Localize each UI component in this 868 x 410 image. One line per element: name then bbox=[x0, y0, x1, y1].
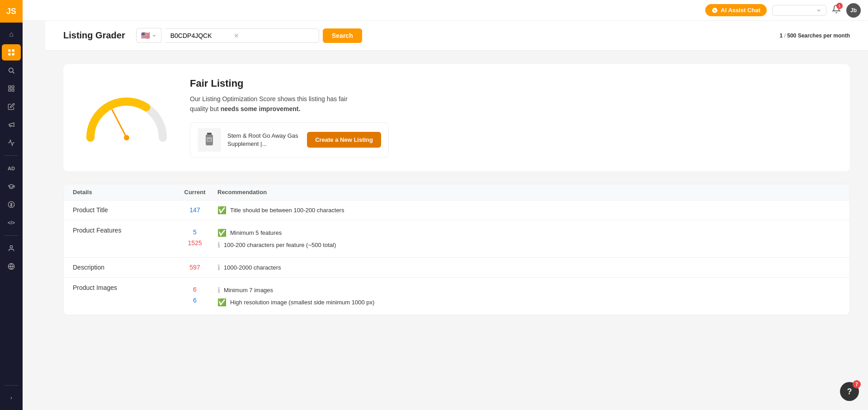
svg-text:GO: GO bbox=[208, 139, 211, 141]
sidebar-item-dollar[interactable] bbox=[2, 196, 21, 213]
score-desc-text2: needs some improvement. bbox=[221, 105, 301, 112]
svg-rect-8 bbox=[9, 89, 11, 91]
images-current-1: 6 bbox=[172, 284, 217, 295]
create-listing-button[interactable]: Create a New Listing bbox=[307, 132, 381, 148]
sidebar-item-search[interactable] bbox=[2, 62, 21, 79]
features-current-2: 1525 bbox=[172, 238, 217, 248]
sidebar-item-dashboard[interactable] bbox=[2, 80, 21, 97]
sidebar-item-ad[interactable]: AD bbox=[2, 160, 21, 177]
check-icon-features1: ✅ bbox=[217, 228, 226, 237]
sidebar-item-globe[interactable] bbox=[2, 258, 21, 275]
features-rec-2-text: 100-200 characters per feature (~500 tot… bbox=[224, 242, 336, 248]
images-rec-1: ℹ Minimum 7 images bbox=[217, 284, 840, 296]
sidebar-item-profile[interactable] bbox=[2, 240, 21, 256]
ai-assist-label: AI Assist Chat bbox=[721, 7, 760, 14]
info-icon-description: ℹ bbox=[217, 263, 220, 272]
images-rec-1-text: Minimum 7 images bbox=[224, 287, 273, 294]
help-icon: ? bbox=[847, 387, 852, 396]
sidebar-item-home[interactable]: ⌂ bbox=[2, 26, 21, 42]
searches-label: Searches per month bbox=[798, 33, 850, 39]
sidebar-divider-2 bbox=[5, 235, 18, 236]
user-avatar[interactable]: Jb bbox=[846, 3, 861, 18]
product-name: Stem & Root Go Away Gas Supplement |... bbox=[227, 132, 301, 148]
svg-line-5 bbox=[13, 72, 14, 73]
info-icon-features2: ℹ bbox=[217, 241, 220, 249]
svg-rect-7 bbox=[12, 86, 14, 88]
searches-used: 1 bbox=[780, 33, 783, 39]
country-selector[interactable]: 🇺🇸 bbox=[136, 28, 161, 43]
table-row: Description 597 ℹ 1000-2000 characters bbox=[64, 258, 849, 278]
row-label-features: Product Features bbox=[73, 227, 172, 234]
row-rec-description: ℹ 1000-2000 characters bbox=[217, 263, 840, 272]
gauge-chart bbox=[81, 86, 172, 149]
svg-rect-1 bbox=[12, 49, 14, 51]
sidebar-nav: ⌂ AD </> bbox=[0, 23, 23, 278]
svg-rect-0 bbox=[8, 49, 10, 51]
features-rec-col: ✅ Minimum 5 features ℹ 100-200 character… bbox=[217, 227, 840, 251]
table-row: Product Features 5 1525 ✅ Minimum 5 feat… bbox=[64, 220, 849, 258]
row-rec-title-text: Title should be between 100-200 characte… bbox=[230, 207, 344, 214]
bell-badge: 1 bbox=[836, 3, 843, 9]
topbar-dropdown[interactable] bbox=[772, 5, 826, 16]
country-chevron-icon bbox=[152, 33, 156, 38]
ai-assist-button[interactable]: AI Assist Chat bbox=[705, 4, 767, 16]
row-label-title: Product Title bbox=[73, 206, 172, 214]
search-input[interactable] bbox=[169, 29, 232, 42]
svg-rect-9 bbox=[12, 89, 14, 91]
header-recommendation: Recommendation bbox=[217, 189, 840, 196]
images-rec-2: ✅ High resolution image (smallest side m… bbox=[217, 296, 840, 308]
page-header: Listing Grader 🇺🇸 ✕ Search 1 / 500 Searc… bbox=[45, 21, 868, 51]
chevron-down-icon bbox=[816, 8, 821, 13]
topbar: AI Assist Chat 1 Jb bbox=[23, 0, 868, 21]
sidebar-divider-1 bbox=[5, 155, 18, 156]
search-clear-icon[interactable]: ✕ bbox=[232, 32, 241, 39]
row-current-title: 147 bbox=[172, 206, 217, 214]
svg-point-15 bbox=[124, 135, 129, 140]
help-button[interactable]: 7 ? bbox=[840, 382, 859, 401]
details-table-header: Details Current Recommendation bbox=[64, 184, 849, 200]
search-area: 🇺🇸 ✕ Search bbox=[136, 28, 362, 43]
row-current-description: 597 bbox=[172, 264, 217, 271]
header-details: Details bbox=[73, 189, 172, 196]
info-icon-images1: ℹ bbox=[217, 286, 220, 294]
images-rec-2-text: High resolution image (smallest side min… bbox=[230, 299, 374, 306]
sidebar-item-listing-grader[interactable] bbox=[2, 44, 21, 61]
table-row: Product Title 147 ✅ Title should be betw… bbox=[64, 200, 849, 220]
sidebar-divider-3 bbox=[5, 385, 18, 386]
gauge-svg bbox=[81, 86, 172, 149]
check-icon: ✅ bbox=[217, 206, 226, 214]
content-area: Fair Listing Our Listing Optimization Sc… bbox=[45, 51, 868, 329]
sidebar-item-pen[interactable] bbox=[2, 98, 21, 115]
country-flag: 🇺🇸 bbox=[141, 31, 150, 40]
features-rec-1-text: Minimum 5 features bbox=[230, 229, 282, 236]
sidebar-item-analytics[interactable] bbox=[2, 135, 21, 151]
sidebar-bottom: › bbox=[0, 382, 23, 410]
sidebar-expand-btn[interactable]: › bbox=[2, 390, 21, 405]
table-row: Product Images 6 6 ℹ Minimum 7 images ✅ … bbox=[64, 278, 849, 315]
searches-total: 500 bbox=[787, 33, 796, 39]
details-table: Details Current Recommendation Product T… bbox=[63, 184, 850, 315]
help-badge: 7 bbox=[853, 380, 861, 388]
score-info: Fair Listing Our Listing Optimization Sc… bbox=[190, 78, 832, 158]
header-current: Current bbox=[172, 189, 217, 196]
features-current-1: 5 bbox=[172, 227, 217, 238]
sidebar-item-code[interactable]: </> bbox=[2, 214, 21, 231]
features-rec-2: ℹ 100-200 characters per feature (~500 t… bbox=[217, 239, 840, 251]
product-image: GO bbox=[198, 128, 221, 152]
search-button[interactable]: Search bbox=[323, 28, 362, 43]
row-rec-description-text: 1000-2000 characters bbox=[224, 264, 281, 271]
images-current-2: 6 bbox=[172, 295, 217, 306]
page-title: Listing Grader bbox=[63, 30, 125, 41]
main-content: Listing Grader 🇺🇸 ✕ Search 1 / 500 Searc… bbox=[45, 21, 868, 410]
images-current-col: 6 6 bbox=[172, 284, 217, 306]
row-label-images: Product Images bbox=[73, 284, 172, 291]
notification-bell[interactable]: 1 bbox=[832, 5, 841, 16]
features-current-col: 5 1525 bbox=[172, 227, 217, 248]
check-icon-images2: ✅ bbox=[217, 298, 226, 307]
score-title: Fair Listing bbox=[190, 78, 832, 89]
sidebar-item-megaphone[interactable] bbox=[2, 116, 21, 133]
svg-rect-3 bbox=[12, 53, 14, 56]
sidebar-item-education[interactable] bbox=[2, 178, 21, 195]
app-logo[interactable]: JS bbox=[0, 0, 23, 23]
features-rec-1: ✅ Minimum 5 features bbox=[217, 227, 840, 239]
